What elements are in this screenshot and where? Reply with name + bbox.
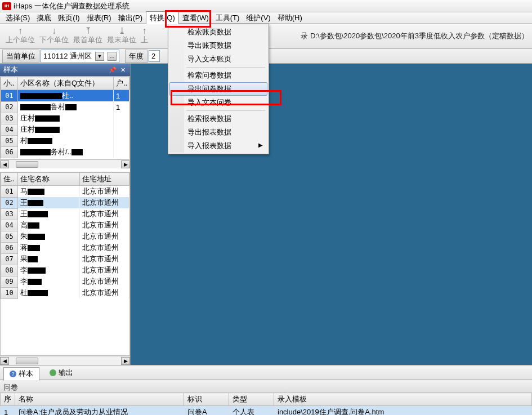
panel-title: 样本: [3, 65, 18, 75]
printer-icon: [50, 369, 56, 376]
side-panel: 样本 📌 ✕ 小..小区名称（来自Q文件）户..01杜..102鲁村103庄村0…: [0, 64, 131, 365]
tab-sample[interactable]: ?样本: [3, 367, 39, 381]
col-template[interactable]: 录入模板: [274, 393, 532, 406]
table-row[interactable]: 04高北京市通州: [1, 220, 129, 231]
menu-item-export-baobiao[interactable]: 导出报表数据: [169, 126, 267, 139]
convert-dropdown: 检索账页数据 导出账页数据 导入文本账页 检索问卷数据 导出问卷数据 导入文本问…: [168, 24, 269, 154]
path-display: 录 D:\参数包\2020参数包\2020年前3季度低收入农户参数（定稿数据）: [301, 31, 529, 41]
arrow-down-icon: ↓: [52, 27, 56, 35]
next-unit-button[interactable]: ↓下个单位: [39, 27, 69, 45]
menu-item-import-baobiao[interactable]: 导入报表数据▶: [169, 139, 267, 153]
column-header[interactable]: 户..: [114, 77, 129, 90]
year-label: 年度: [125, 50, 147, 63]
ellipsis-icon[interactable]: …: [108, 52, 117, 61]
menu-zhangye[interactable]: 账页(I): [55, 12, 83, 24]
menu-view[interactable]: 查看(W): [179, 12, 212, 24]
column-header[interactable]: 小区名称（来自Q文件）: [18, 77, 114, 90]
bottom-tab-bar: ?样本 输出: [0, 365, 532, 380]
table-row[interactable]: 02鲁村1: [1, 101, 129, 113]
close-icon[interactable]: ✕: [119, 66, 127, 74]
menu-item-import-text-wenjuan[interactable]: 导入文本问卷: [169, 96, 267, 109]
table-row[interactable]: 01马北京市通州: [1, 186, 129, 198]
title-bar: iH iHaps 一体化住户调查数据处理系统: [0, 0, 532, 12]
menu-item-search-wenjuan[interactable]: 检索问卷数据: [169, 69, 267, 82]
table-row[interactable]: 01杜..1: [1, 90, 129, 102]
horizontal-scrollbar[interactable]: ◀ ▶: [0, 356, 130, 365]
scroll-left-icon[interactable]: ◀: [0, 160, 9, 168]
table-row[interactable]: 03王北京市通州: [1, 208, 129, 220]
last-unit-button[interactable]: ⤓最末单位: [107, 27, 136, 45]
table-row[interactable]: 1 问卷A:住户成员及劳动力从业情况 问卷A 个人表 include\2019住…: [1, 406, 532, 416]
table-row[interactable]: 06蒋北京市通州: [1, 242, 129, 253]
col-type[interactable]: 类型: [229, 393, 274, 406]
horizontal-scrollbar[interactable]: ◀ ▶: [0, 159, 130, 168]
panel-header: 样本 📌 ✕: [0, 64, 130, 76]
menu-convert[interactable]: 转换(Q): [146, 11, 179, 24]
arrow-up-bar-icon: ⤒: [84, 27, 92, 35]
residence-grid[interactable]: 住..住宅名称住宅地址01马北京市通州02王北京市通州03王北京市通州04高北京…: [0, 172, 130, 356]
menu-output[interactable]: 输出(P): [115, 12, 146, 24]
column-header[interactable]: 小..: [1, 77, 18, 90]
table-row[interactable]: 06务村/..: [1, 146, 129, 158]
column-header[interactable]: 住..: [1, 173, 18, 186]
current-unit-label: 当前单位: [2, 50, 39, 63]
menu-baobiao[interactable]: 报表(R): [83, 12, 115, 24]
current-unit-combo[interactable]: 110112 通州区 ▼ …: [41, 50, 119, 63]
wenjuan-panel-header: 问卷: [0, 381, 532, 392]
table-row[interactable]: 05朱北京市通州: [1, 231, 129, 242]
prev-unit-button[interactable]: ↑上个单位: [6, 27, 35, 45]
scroll-thumb[interactable]: [16, 358, 38, 364]
menu-item-import-text-zhangye[interactable]: 导入文本账页: [169, 52, 267, 66]
arrow-up-icon: ↑: [18, 27, 23, 35]
scroll-right-icon[interactable]: ▶: [121, 160, 130, 168]
menu-bar: 选择(S) 摸底 账页(I) 报表(R) 输出(P) 转换(Q) 查看(W) 工…: [0, 12, 532, 24]
column-header[interactable]: 住宅名称: [18, 173, 80, 186]
app-logo-icon: iH: [2, 2, 11, 10]
tab-output[interactable]: 输出: [44, 367, 79, 379]
year-combo[interactable]: 2: [149, 50, 160, 62]
menu-item-export-wenjuan[interactable]: 导出问卷数据: [169, 82, 267, 96]
first-unit-button[interactable]: ⤒最首单位: [73, 27, 102, 45]
arrow-down-bar-icon: ⤓: [118, 27, 126, 35]
menu-tools[interactable]: 工具(T): [212, 12, 243, 24]
table-row[interactable]: 05村: [1, 135, 129, 146]
table-row[interactable]: 08李北京市通州: [1, 265, 129, 276]
table-row[interactable]: 07果北京市通州: [1, 253, 129, 265]
menu-select[interactable]: 选择(S): [2, 12, 33, 24]
arrow-up-icon: ↑: [142, 27, 147, 35]
table-row[interactable]: 02王北京市通州: [1, 197, 129, 208]
menu-item-search-zhangye[interactable]: 检索账页数据: [169, 25, 267, 39]
district-grid[interactable]: 小..小区名称（来自Q文件）户..01杜..102鲁村103庄村04庄村05村0…: [0, 76, 130, 159]
col-name[interactable]: 名称: [15, 393, 184, 406]
menu-help[interactable]: 帮助(H): [274, 12, 306, 24]
table-row[interactable]: 03庄村: [1, 113, 129, 124]
chevron-right-icon: ▶: [258, 142, 263, 148]
table-row[interactable]: 04庄村: [1, 124, 129, 135]
help-icon: ?: [10, 371, 16, 377]
scroll-thumb[interactable]: [16, 161, 38, 168]
menu-modi[interactable]: 摸底: [33, 12, 55, 24]
app-title: iHaps 一体化住户调查数据处理系统: [14, 1, 129, 11]
col-index[interactable]: 序: [1, 393, 15, 406]
scroll-left-icon[interactable]: ◀: [0, 357, 9, 365]
up-button[interactable]: ↑上: [141, 27, 148, 45]
column-header[interactable]: 住宅地址: [80, 173, 129, 186]
menu-item-search-baobiao[interactable]: 检索报表数据: [169, 112, 267, 126]
menu-maintain[interactable]: 维护(V): [243, 12, 274, 24]
wenjuan-grid[interactable]: 序 名称 标识 类型 录入模板 1 问卷A:住户成员及劳动力从业情况 问卷A 个…: [0, 392, 532, 415]
scroll-right-icon[interactable]: ▶: [121, 357, 130, 365]
table-row[interactable]: 09李北京市通州: [1, 276, 129, 287]
table-row[interactable]: 10杜北京市通州: [1, 287, 129, 298]
pin-icon[interactable]: 📌: [109, 66, 117, 74]
col-biaoshi[interactable]: 标识: [184, 393, 229, 406]
menu-item-export-zhangye[interactable]: 导出账页数据: [169, 39, 267, 52]
chevron-down-icon[interactable]: ▼: [95, 52, 104, 61]
